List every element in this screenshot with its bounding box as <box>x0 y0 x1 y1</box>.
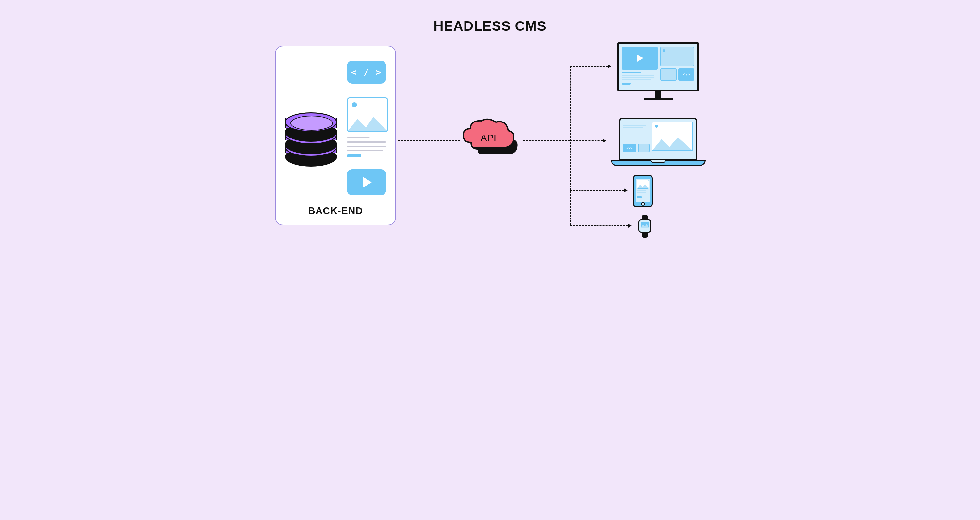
arrowhead-laptop-icon <box>603 139 606 143</box>
connector-to-desktop <box>570 66 608 67</box>
api-label: API <box>461 118 516 154</box>
api-node: API <box>461 118 523 163</box>
connector-trunk <box>570 66 571 225</box>
svg-marker-3 <box>641 224 649 227</box>
text-lines-icon <box>347 137 386 161</box>
code-tile-icon: < / > <box>347 61 386 84</box>
connector-api-out <box>523 140 570 142</box>
arrowhead-phone-icon <box>624 188 627 192</box>
desktop-monitor-icon: <\> <box>617 43 699 98</box>
smartwatch-icon <box>637 215 653 238</box>
connector-backend-to-api <box>398 140 460 142</box>
arrowhead-watch-icon <box>628 224 632 227</box>
database-icon <box>285 112 337 161</box>
video-tile-icon <box>347 169 386 195</box>
backend-card: < / > BACK-END <box>275 46 396 225</box>
image-tile-icon <box>347 97 388 132</box>
connector-to-laptop <box>570 140 603 142</box>
svg-marker-2 <box>637 184 649 188</box>
code-symbol: < / > <box>351 67 382 78</box>
svg-marker-0 <box>348 117 387 131</box>
smartphone-icon <box>633 175 653 207</box>
laptop-icon: <\> <box>611 118 706 170</box>
diagram-title: HEADLESS CMS <box>245 18 735 34</box>
svg-marker-1 <box>652 137 692 150</box>
connector-to-phone <box>570 190 624 191</box>
arrowhead-desktop-icon <box>608 64 611 68</box>
backend-label: BACK-END <box>276 205 395 216</box>
connector-to-watch <box>570 225 628 226</box>
diagram-canvas: HEADLESS CMS < / > <box>245 0 735 260</box>
